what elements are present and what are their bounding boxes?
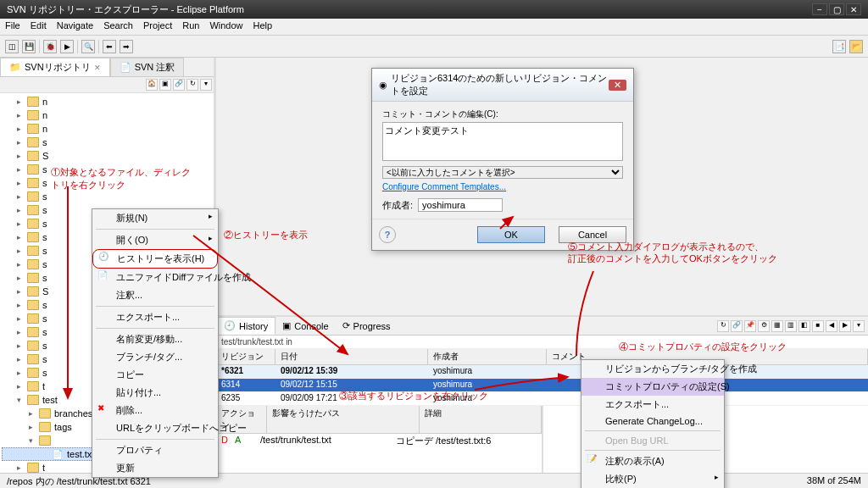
tree-item[interactable]: ▸s: [2, 163, 212, 176]
menu-copy-url[interactable]: URLをクリップボードへコピー: [92, 419, 218, 437]
collapse-icon[interactable]: ▣: [159, 79, 171, 91]
pin-icon[interactable]: 📌: [744, 320, 756, 332]
debug-icon[interactable]: 🐞: [43, 40, 57, 53]
menu-annotate[interactable]: 注釈...: [92, 286, 218, 304]
menu-file[interactable]: File: [5, 20, 20, 33]
refresh-icon[interactable]: ↻: [186, 79, 198, 91]
folder-icon: 📁: [9, 62, 21, 73]
menu-branch[interactable]: ブランチ/タグ...: [92, 348, 218, 366]
menu-show-annotation[interactable]: 📝注釈の表示(A): [581, 452, 724, 470]
perspective-icon[interactable]: 📑: [832, 40, 846, 53]
search-icon[interactable]: 🔍: [81, 40, 95, 53]
close-icon[interactable]: ✕: [609, 80, 626, 91]
stop-icon[interactable]: ■: [812, 320, 824, 332]
menu-unified-diff[interactable]: 📄ユニファイドDiffファイルを作成: [92, 269, 218, 286]
menubar: File Edit Navigate Search Project Run Wi…: [0, 19, 868, 36]
col-author[interactable]: 作成者: [428, 349, 547, 364]
window-title: SVN リポジトリー・エクスプローラー - Eclipse Platform: [7, 3, 244, 16]
main-toolbar: ◫ 💾 🐞 ▶ 🔍 ⬅ ➡ 📑 📂: [0, 36, 868, 58]
forward-icon[interactable]: ➡: [120, 40, 133, 53]
col-date[interactable]: 日付: [275, 349, 428, 364]
nav2-icon[interactable]: ▥: [785, 320, 797, 332]
menu-branch-from-rev[interactable]: リビジョンからブランチ/タグを作成: [581, 360, 724, 378]
tree-item[interactable]: ▸s: [2, 136, 212, 149]
history-context-menu: リビジョンからブランチ/タグを作成 コミットプロパティの設定(S) エクスポート…: [581, 359, 725, 488]
menu-export[interactable]: エクスポート...: [581, 396, 724, 413]
menu-icon[interactable]: ▾: [853, 320, 865, 332]
tree-item[interactable]: ▸n: [2, 108, 212, 122]
menu-properties[interactable]: プロパティ: [92, 441, 218, 459]
history-row[interactable]: 631409/02/12 15:15yoshimura: [216, 379, 868, 392]
menu-export[interactable]: エクスポート...: [92, 308, 218, 326]
tab-progress[interactable]: ⟳ Progress: [336, 318, 398, 334]
configure-templates-link[interactable]: Configure Comment Templates...: [382, 182, 506, 191]
previous-comments-select[interactable]: <以前に入力したコメントを選択>: [382, 166, 623, 179]
menu-project[interactable]: Project: [143, 20, 172, 33]
status-memory: 38M of 254M: [807, 475, 861, 486]
tab-console[interactable]: ▣ Console: [275, 318, 335, 334]
link-icon[interactable]: 🔗: [731, 320, 743, 332]
menu-changelog[interactable]: Generate ChangeLog...: [581, 413, 724, 429]
menu-refresh[interactable]: 更新: [92, 459, 218, 477]
tree-item[interactable]: ▸s: [2, 176, 212, 190]
col-affected-path[interactable]: 影響をうけたパス: [267, 406, 420, 433]
console-icon: ▣: [282, 320, 291, 331]
author-label: 作成者:: [382, 199, 413, 212]
menu-compare[interactable]: 比較(P)▸: [581, 470, 724, 488]
tree-item[interactable]: ▸n: [2, 122, 212, 136]
ok-button[interactable]: OK: [477, 226, 545, 243]
compare-icon[interactable]: ◧: [798, 320, 810, 332]
history-icon: 🕘: [224, 320, 236, 331]
nav-icon[interactable]: ▦: [771, 320, 783, 332]
maximize-button[interactable]: ▢: [829, 3, 844, 15]
commit-comment-dialog: ◉ リビジョン6314のための新しいリビジョン・コメントを設定 ✕ コミット・コ…: [371, 68, 634, 251]
back-icon[interactable]: ⬅: [103, 40, 116, 53]
link-icon[interactable]: 🔗: [173, 79, 185, 91]
tree-item[interactable]: ▸s: [2, 190, 212, 203]
tree-item[interactable]: ▸n: [2, 95, 212, 108]
titlebar: SVN リポジトリー・エクスプローラー - Eclipse Platform −…: [0, 0, 868, 19]
menu-edit[interactable]: Edit: [31, 20, 47, 33]
history-row[interactable]: 623509/02/09 17:21yoshimura: [216, 392, 868, 406]
col-revision[interactable]: リビジョン: [216, 349, 275, 364]
menu-paste[interactable]: 貼り付け...: [92, 384, 218, 402]
filter-icon[interactable]: ⚙: [758, 320, 770, 332]
col-desc[interactable]: 詳細: [420, 406, 542, 433]
close-button[interactable]: ✕: [846, 3, 861, 15]
action-row[interactable]: D A /test/trunk/test.txt コピーデ /test/test…: [216, 434, 542, 448]
menu-navigate[interactable]: Navigate: [57, 20, 93, 33]
home-icon[interactable]: 🏠: [146, 79, 158, 91]
author-input[interactable]: [418, 198, 503, 212]
save-icon[interactable]: 💾: [22, 40, 36, 53]
menu-icon[interactable]: ▾: [200, 79, 212, 91]
history-path: test/trunk/test.txt in: [216, 336, 868, 349]
menu-run[interactable]: Run: [182, 20, 199, 33]
menu-delete[interactable]: ✖削除...: [92, 402, 218, 419]
comment-textarea[interactable]: コメント変更テスト: [382, 122, 623, 161]
tab-svn-repo[interactable]: 📁 SVNリポジトリ ✕: [0, 58, 110, 76]
menu-new[interactable]: 新規(N)▸: [92, 209, 218, 227]
comment-label: コミット・コメントの編集(C):: [382, 108, 623, 120]
history-row[interactable]: *632109/02/12 15:39yoshimura: [216, 365, 868, 379]
menu-rename[interactable]: 名前変更/移動...: [92, 330, 218, 348]
help-icon[interactable]: ?: [379, 226, 396, 243]
refresh-icon[interactable]: ↻: [717, 320, 729, 332]
menu-commit-props[interactable]: コミットプロパティの設定(S): [581, 378, 724, 396]
svn-perspective-icon[interactable]: 📂: [849, 40, 863, 53]
tab-svn-annotate[interactable]: 📄 SVN 注釈: [110, 58, 185, 76]
cancel-button[interactable]: Cancel: [559, 226, 626, 243]
close-icon[interactable]: ✕: [94, 64, 101, 72]
prev-icon[interactable]: ◀: [826, 320, 837, 332]
next-icon[interactable]: ▶: [839, 320, 851, 332]
menu-copy[interactable]: コピー: [92, 366, 218, 384]
new-icon[interactable]: ◫: [5, 40, 19, 53]
menu-search[interactable]: Search: [103, 20, 133, 33]
tree-item[interactable]: ▸S: [2, 149, 212, 163]
minimize-button[interactable]: −: [812, 3, 827, 15]
menu-help[interactable]: Help: [253, 20, 273, 33]
menu-show-history[interactable]: 🕘ヒストリーを表示(H): [92, 249, 218, 269]
menu-window[interactable]: Window: [209, 20, 242, 33]
run-icon[interactable]: ▶: [60, 40, 74, 53]
menu-open[interactable]: 開く(O)▸: [92, 231, 218, 249]
tab-history[interactable]: 🕘 History: [216, 317, 275, 335]
